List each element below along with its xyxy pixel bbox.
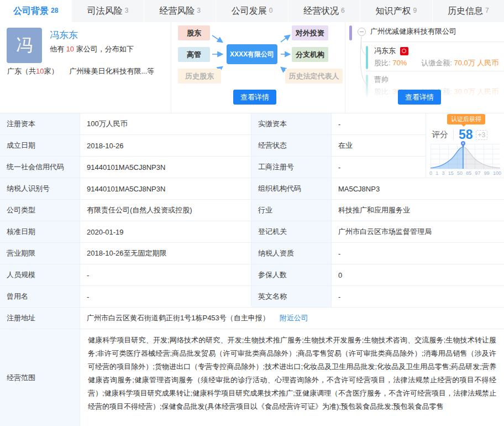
- table-row: 纳税人识别号 91440101MA5CJ8NP3N 组织机构代码 MA5CJ8N…: [0, 178, 504, 200]
- company-count-line: 他有 10 家公司，分布如下: [50, 44, 134, 54]
- address-row: 注册地址 广州市白云区黄石街道鹤正街1号1栋P453号（自主申报） 附近公司: [0, 308, 504, 329]
- field-value: 科技推广和应用服务业: [332, 200, 504, 221]
- collapse-minus-icon[interactable]: [358, 28, 366, 36]
- field-value: 有限责任公司(自然人投资或控股): [80, 200, 251, 221]
- field-label: 曾用名: [0, 286, 80, 307]
- table-row: 营业期限 2018-10-26至无固定期限 纳税人资质 -: [0, 243, 504, 264]
- legal-person-name-link[interactable]: 冯东东: [50, 29, 78, 41]
- shareholder-accent-bar: [366, 75, 368, 98]
- amount-value: 70.0万 人民币: [454, 59, 499, 67]
- relationship-graph-panel: 股东 高管 历史股东 XXXX有限公司 对外投资 分支机构 历史法定代表人 查看…: [171, 22, 345, 113]
- table-row: 人员规模 - 参保人数 0: [0, 264, 504, 286]
- field-label: 纳税人识别号: [0, 178, 80, 199]
- score-bonus: +3: [476, 130, 488, 140]
- tab-count: 3: [197, 7, 201, 14]
- tab-company-development[interactable]: 公司发展 0: [216, 0, 288, 22]
- table-row: 统一社会信用代码 91440101MA5CJ8NP3N 工商注册号 -: [0, 157, 426, 178]
- ratio-label: 股比:: [374, 59, 391, 67]
- tab-operation-status[interactable]: 经营状况 6: [288, 0, 360, 22]
- node-shareholders[interactable]: 股东: [178, 25, 210, 40]
- tab-judicial-risk[interactable]: 司法风险 3: [72, 0, 144, 22]
- field-value: MA5CJ8NP3: [332, 178, 504, 199]
- table-row: 注册资本 100万人民币 实缴资本 -: [0, 113, 426, 135]
- field-value: 2018-10-26: [80, 135, 251, 156]
- table-rows-left: 注册资本 100万人民币 实缴资本 - 成立日期 2018-10-26 经营状态…: [0, 113, 426, 178]
- tick-label: 3: [442, 170, 444, 176]
- tick-label: 99: [484, 170, 490, 176]
- legal-person-panel: 冯 冯东东 他有 10 家公司，分布如下 广东（共10家） 广州臻美日化科技有限…: [0, 22, 171, 113]
- field-label: 组织机构代码: [251, 178, 332, 199]
- shareholder-name[interactable]: 冯东东: [374, 46, 408, 56]
- tab-label: 经营状况: [303, 6, 339, 17]
- node-executives[interactable]: 高管: [178, 47, 210, 62]
- field-value: -: [80, 264, 251, 285]
- table-row: 核准日期 2020-01-19 登记机关 广州市白云区市场监督管理局: [0, 221, 504, 243]
- tab-label: 司法风险: [87, 6, 123, 17]
- tab-intellectual-property[interactable]: 知识产权 9: [360, 0, 432, 22]
- business-info-table: 注册资本 100万人民币 实缴资本 - 成立日期 2018-10-26 经营状态…: [0, 113, 504, 426]
- field-value: 在业: [332, 135, 426, 156]
- tick-label: 15: [448, 170, 454, 176]
- stat-suffix: 家公司，分布如下: [76, 45, 134, 53]
- nearby-companies-link[interactable]: 附近公司: [280, 313, 308, 323]
- node-center-company[interactable]: XXXX有限公司: [227, 44, 277, 64]
- tab-label: 经营风险: [159, 6, 195, 17]
- score-label: 评分: [432, 129, 454, 140]
- field-label: 核准日期: [0, 221, 80, 242]
- shareholder-name-text: 曹帅: [374, 75, 389, 85]
- tab-operation-risk[interactable]: 经营风险 3: [144, 0, 216, 22]
- score-axis-ticks: 0 1 3 15 50 85 97 99 100: [429, 170, 501, 176]
- equity-company-header: 广州优减健康科技有限公司: [358, 27, 456, 37]
- graph-view-detail-button[interactable]: 查看详情: [233, 90, 276, 105]
- table-top-section: 注册资本 100万人民币 实缴资本 - 成立日期 2018-10-26 经营状态…: [0, 113, 504, 178]
- field-label: 实缴资本: [251, 113, 332, 134]
- ratio-item: 股比: 70%: [374, 58, 407, 68]
- field-label: 行业: [251, 200, 332, 221]
- field-value: 91440101MA5CJ8NP3N: [80, 157, 251, 178]
- ratio-label: 股比:: [374, 87, 391, 96]
- field-value: 0: [332, 264, 504, 285]
- tick-label: 85: [466, 170, 471, 176]
- field-label: 统一社会信用代码: [0, 157, 80, 178]
- tab-label: 知识产权: [375, 6, 411, 17]
- field-value: -: [332, 157, 426, 178]
- field-value: 2018-10-26至无固定期限: [80, 243, 251, 264]
- field-value: 广州市白云区市场监督管理局: [332, 221, 504, 242]
- tab-history-info[interactable]: 历史信息 7: [433, 0, 504, 22]
- equity-company-name[interactable]: 广州优减健康科技有限公司: [370, 27, 456, 37]
- shareholder-name[interactable]: 曹帅: [374, 75, 389, 85]
- node-branches[interactable]: 分支机构: [292, 47, 328, 62]
- avatar: 冯: [7, 28, 42, 63]
- score-distribution-chart: [431, 144, 500, 169]
- field-label: 注册地址: [0, 308, 80, 329]
- tick-label: 97: [475, 170, 480, 176]
- score-line: 评分 58 +3: [432, 127, 487, 142]
- field-value: 100万人民币: [80, 113, 251, 134]
- node-history-legal-rep[interactable]: 历史法定代表人: [285, 69, 343, 84]
- field-label: 纳税人资质: [251, 243, 332, 264]
- field-label: 经营范围: [0, 329, 80, 426]
- tab-label: 历史信息: [448, 6, 483, 17]
- field-value: 91440101MA5CJ8NP3N: [80, 178, 251, 199]
- node-outbound-investment[interactable]: 对外投资: [292, 25, 328, 40]
- field-label: 经营状态: [251, 135, 332, 156]
- field-label: 登记机关: [251, 221, 332, 242]
- equity-view-detail-button[interactable]: 查看详情: [398, 90, 441, 105]
- field-value: -: [332, 113, 426, 134]
- field-label: 工商注册号: [251, 157, 332, 178]
- field-label: 成立日期: [0, 135, 80, 156]
- tab-count: 28: [51, 7, 58, 14]
- field-value: -: [332, 243, 504, 264]
- company-background-page: 公司背景 28 司法风险 3 经营风险 3 公司发展 0 经营状况 6 知识产权…: [0, 0, 504, 426]
- tab-company-background[interactable]: 公司背景 28: [0, 0, 72, 22]
- tab-count: 3: [125, 7, 129, 14]
- tab-label: 公司发展: [232, 6, 267, 17]
- stat-count: 10: [66, 45, 74, 53]
- shareholder-detail: 股比: 70% 认缴金额: 70.0万 人民币: [374, 58, 498, 68]
- node-history-shareholders[interactable]: 历史股东: [178, 69, 221, 84]
- company-score-widget: 认证后获得 评分 58 +3: [426, 113, 504, 178]
- business-scope-row: 经营范围 健康科学项目研究、开发;网络技术的研究、开发;生物技术推广服务;生物技…: [0, 329, 504, 426]
- tick-label: 100: [493, 170, 501, 176]
- field-label: 英文名称: [251, 286, 332, 307]
- amount-item: 认缴金额: 70.0万 人民币: [421, 58, 498, 68]
